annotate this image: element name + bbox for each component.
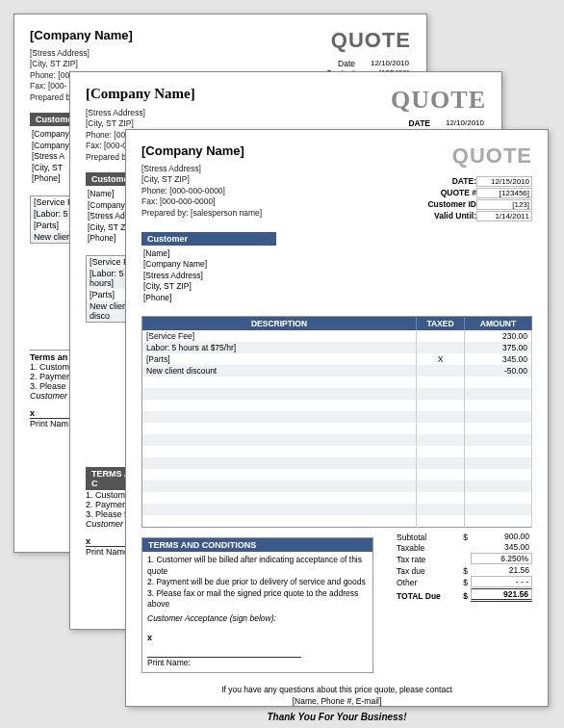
other-value: - - - xyxy=(471,576,532,587)
table-row-blank xyxy=(142,446,532,457)
terms-header: TERMS AND CONDITIONS xyxy=(142,538,372,552)
table-row-blank xyxy=(142,411,532,423)
meta-value: 12/10/2010 xyxy=(355,59,411,67)
item-taxed: X xyxy=(417,353,465,365)
quote-heading: QUOTE xyxy=(288,28,411,53)
quote-heading: QUOTE xyxy=(363,86,486,115)
table-row: [Parts]X345.00 xyxy=(142,353,532,365)
address-street: [Stress Address] xyxy=(141,164,262,174)
line-items-table: DESCRIPTION TAXED AMOUNT [Service Fee]23… xyxy=(141,316,532,528)
item-taxed xyxy=(417,330,465,342)
table-row-blank xyxy=(142,457,532,469)
table-row-blank xyxy=(142,377,532,388)
item-desc: [Service Fee] xyxy=(142,330,417,342)
terms-box: TERMS AND CONDITIONS 1. Customer will be… xyxy=(141,537,373,672)
item-amount: -50.00 xyxy=(465,365,532,377)
address-city: [City, ST ZIP] xyxy=(141,174,262,185)
item-desc: Labor: 5 hours at $75/hr] xyxy=(142,342,417,353)
quote-template-front: [Company Name] [Stress Address] [City, S… xyxy=(125,129,549,707)
taxrate-value: 6.250% xyxy=(471,553,532,564)
totals-block: Subtotal$900.00 Taxable345.00 Tax rate6.… xyxy=(383,532,532,603)
quote-heading: QUOTE xyxy=(409,143,532,169)
taxable-label: Taxable xyxy=(397,543,454,553)
customer-company: [Company Name] xyxy=(143,259,530,270)
address-prepared: Prepared by: [salesperson name] xyxy=(141,208,262,219)
table-row-blank xyxy=(142,492,532,504)
table-row-blank xyxy=(142,504,532,515)
item-amount: 345.00 xyxy=(465,353,532,365)
taxable-value: 345.00 xyxy=(471,542,532,552)
customer-street: [Stress Address] xyxy=(143,271,530,281)
item-taxed xyxy=(417,365,465,377)
table-row: [Service Fee]230.00 xyxy=(142,330,532,342)
th-description: DESCRIPTION xyxy=(142,317,417,331)
table-row: Labor: 5 hours at $75/hr]375.00 xyxy=(142,342,532,353)
customer-city: [City, ST ZIP] xyxy=(143,281,530,292)
footer: If you have any questions about this pri… xyxy=(141,685,532,724)
address-street: [Stress Address] xyxy=(30,48,133,59)
company-name: [Company Name] xyxy=(30,28,133,42)
print-name-label: Print Name: xyxy=(147,658,368,668)
th-taxed: TAXED xyxy=(417,317,465,331)
company-name: [Company Name] xyxy=(141,143,262,158)
total-label: TOTAL Due xyxy=(397,591,454,601)
table-row-blank xyxy=(142,481,532,492)
item-amount: 230.00 xyxy=(465,330,532,342)
acceptance-text: Customer Acceptance (sign below): xyxy=(147,613,368,624)
currency: $ xyxy=(454,533,468,542)
customer-block: [Name] [Company Name] [Stress Address] [… xyxy=(141,246,532,306)
meta-value-valid: 1/14/2011 xyxy=(476,211,532,221)
table-row-blank xyxy=(142,515,532,528)
footer-contact: [Name, Phone #, E-mail] xyxy=(141,696,532,708)
item-desc: [Parts] xyxy=(142,353,417,365)
term-line: 3. Please fax or mail the signed price q… xyxy=(147,588,368,611)
meta-label: Date xyxy=(288,59,355,68)
th-amount: AMOUNT xyxy=(465,317,532,331)
taxrate-label: Tax rate xyxy=(397,555,454,564)
meta-value-custid: [123] xyxy=(476,199,532,210)
company-name: [Company Name] xyxy=(86,86,195,102)
address-street: [Stress Address] xyxy=(86,108,195,118)
table-row-blank xyxy=(142,469,532,481)
customer-phone: [Phone] xyxy=(143,293,530,303)
item-desc: New client discount xyxy=(142,365,417,377)
footer-line: If you have any questions about this pri… xyxy=(141,685,532,696)
x-mark: x xyxy=(147,632,368,643)
address-city: [City, ST ZIP] xyxy=(30,59,133,69)
meta-value-quoteno: [123456] xyxy=(476,188,532,198)
address-phone: Phone: [000-000-0000] xyxy=(141,186,262,196)
meta-label-valid: Valid Until: xyxy=(409,211,476,222)
thank-you: Thank You For Your Business! xyxy=(141,711,532,724)
item-amount: 375.00 xyxy=(465,342,532,353)
meta-value-date: 12/15/2010 xyxy=(476,176,532,187)
customer-name: [Name] xyxy=(143,248,530,259)
subtotal-label: Subtotal xyxy=(397,533,454,542)
table-row-blank xyxy=(142,388,532,400)
taxdue-label: Tax due xyxy=(397,566,454,576)
table-row-blank xyxy=(142,434,532,446)
term-line: 2. Payment will be due prior to delivery… xyxy=(147,577,368,587)
other-label: Other xyxy=(397,578,454,587)
address-fax: Fax: [000-000-0000] xyxy=(141,196,262,207)
customer-header: Customer xyxy=(141,232,276,246)
meta-label: DATE xyxy=(363,118,430,128)
meta-label-date: DATE: xyxy=(409,176,476,188)
table-row-blank xyxy=(142,423,532,434)
term-line: 1. Customer will be billed after indicat… xyxy=(147,555,368,577)
item-taxed xyxy=(417,342,465,353)
meta-label-quoteno: QUOTE # xyxy=(409,188,476,199)
subtotal-value: 900.00 xyxy=(471,532,532,541)
total-value: 921.56 xyxy=(471,588,532,602)
table-row-blank xyxy=(142,400,532,411)
meta-label-custid: Customer ID xyxy=(409,199,476,211)
table-row: New client discount-50.00 xyxy=(142,365,532,377)
taxdue-value: 21.56 xyxy=(471,565,532,575)
meta-value: 12/10/2010 xyxy=(430,118,486,127)
